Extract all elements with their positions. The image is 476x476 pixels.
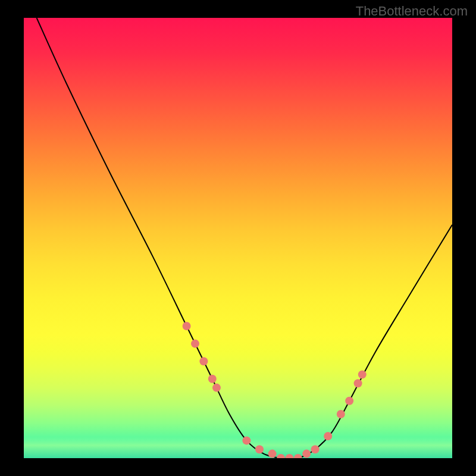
highlight-dot [285, 454, 293, 458]
highlight-dots-group [183, 322, 367, 458]
highlight-dot [311, 445, 320, 453]
plot-area [24, 18, 452, 458]
highlight-dot [354, 379, 362, 387]
highlight-dot [242, 436, 250, 444]
watermark-text: TheBottleneck.com [356, 4, 468, 19]
highlight-dot [191, 340, 199, 348]
highlight-dot [345, 397, 353, 405]
highlight-dot [302, 450, 311, 458]
highlight-dot [212, 384, 221, 392]
highlight-dot [255, 445, 264, 453]
curve-svg [24, 18, 452, 458]
highlight-dot [183, 322, 191, 330]
bottleneck-curve [37, 18, 452, 458]
highlight-dot [277, 454, 285, 458]
highlight-dot [199, 357, 208, 365]
highlight-dot [358, 370, 367, 378]
highlight-dot [268, 450, 277, 458]
highlight-dot [324, 432, 332, 440]
highlight-dot [337, 410, 345, 418]
highlight-dot [208, 375, 217, 383]
highlight-dot [294, 454, 302, 458]
